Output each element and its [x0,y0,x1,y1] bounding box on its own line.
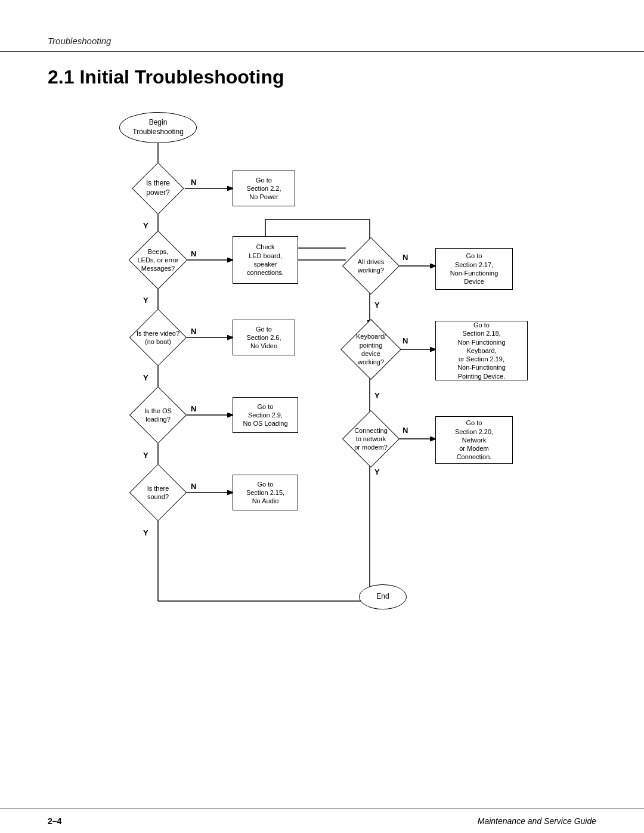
svg-text:N: N [402,426,408,435]
r8-rect: Go toSection 2.20,Networkor ModemConnect… [435,416,513,464]
svg-text:Y: Y [374,391,380,400]
r5-rect: Go toSection 2.15,No Audio [233,475,298,510]
svg-text:N: N [191,482,196,491]
d1-wrapper: Is therepower? [131,171,185,206]
main-content: 2.1 Initial Troubleshooting N Y [0,52,644,619]
svg-text:Y: Y [143,221,148,230]
svg-text:Y: Y [143,373,148,382]
start-oval: Begin Troubleshooting [119,112,197,143]
r4-rect: Go toSection 2.9,No OS Loading [233,397,298,433]
svg-text:N: N [191,404,196,413]
start-label: Begin Troubleshooting [132,118,184,137]
d4-wrapper: Is the OSloading? [128,397,188,433]
r1-label: Go toSection 2.2,No Power [246,176,281,202]
r2-rect: CheckLED board,speakerconnections. [233,236,298,284]
r6-rect: Go toSection 2.17,Non-FunctioningDevice [435,248,513,290]
d3-wrapper: Is there video?(no boot) [128,320,188,355]
footer: 2–4 Maintenance and Service Guide [0,809,644,833]
r6-label: Go toSection 2.17,Non-FunctioningDevice [450,252,499,286]
r2-label: CheckLED board,speakerconnections. [247,243,284,277]
header-label: Troubleshooting [48,36,111,46]
svg-text:N: N [402,336,408,345]
r7-label: Go toSection 2.18,Non FunctioningKeyboar… [457,321,506,380]
d8-wrapper: Connectingto networkor modem? [340,421,402,457]
svg-text:Y: Y [143,296,148,305]
svg-text:N: N [191,178,196,187]
svg-text:Y: Y [143,451,148,460]
svg-text:N: N [191,327,196,336]
header: Troubleshooting [0,0,644,52]
diagram-area: N Y N Y N Y N [66,100,578,619]
section-title: 2.1 Initial Troubleshooting [48,66,596,88]
r7-rect: Go toSection 2.18,Non FunctioningKeyboar… [435,321,528,380]
end-oval: End [359,584,407,609]
page: Troubleshooting 2.1 Initial Troubleshoot… [0,0,644,833]
d7-wrapper: Keyboard/pointingdeviceworking? [340,326,402,373]
d5-wrapper: Is theresound? [128,475,188,510]
d2-wrapper: Beeps,LEDs, or errorMessages? [128,242,188,278]
svg-text:Y: Y [143,528,148,537]
r3-rect: Go toSection 2.6,No Video [233,320,295,355]
footer-title: Maintenance and Service Guide [478,816,596,826]
svg-text:N: N [191,249,196,258]
r3-label: Go toSection 2.6,No Video [246,325,281,351]
svg-text:Y: Y [374,301,380,309]
footer-page: 2–4 [48,816,61,826]
r5-label: Go toSection 2.15,No Audio [246,480,284,506]
svg-text:Y: Y [374,467,380,476]
r1-rect: Go toSection 2.2,No Power [233,171,295,206]
d6-wrapper: All drivesworking? [341,248,401,284]
r8-label: Go toSection 2.20,Networkor ModemConnect… [455,419,493,461]
end-label: End [376,592,389,602]
r4-label: Go toSection 2.9,No OS Loading [243,402,287,428]
svg-text:N: N [402,253,408,262]
